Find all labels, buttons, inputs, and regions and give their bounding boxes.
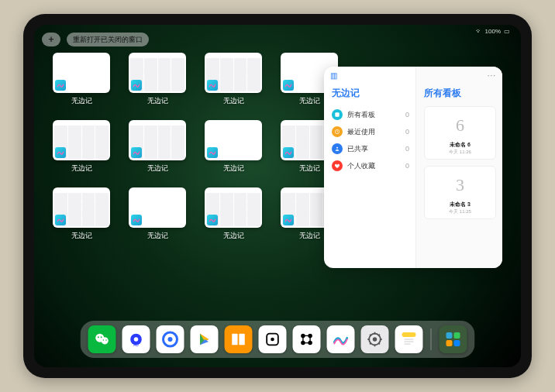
board-preview: 3 [442,170,479,201]
board-card[interactable]: 3未命名 3今天 11:25 [424,166,496,219]
window-preview [205,187,262,228]
reopen-closed-window-pill[interactable]: 重新打开已关闭的窗口 [67,33,149,46]
board-date: 今天 11:25 [449,208,471,215]
dock-icon-app-library[interactable] [440,325,467,353]
app-label: 无边记 [147,231,168,241]
svg-point-17 [271,338,274,342]
window-preview [53,187,110,228]
dock-icon-settings[interactable] [361,325,389,353]
app-window-thumb[interactable]: 无边记 [129,187,186,241]
ipad-frame: ᯤ 100% ▭ + 重新打开已关闭的窗口 无边记无边记无边记无边记无边记无边记… [23,14,532,378]
freeform-icon [207,215,218,225]
dock-icon-books[interactable] [225,325,253,353]
svg-point-6 [101,336,102,338]
app-label: 无边记 [223,163,244,174]
freeform-icon [207,80,218,91]
reopen-label: 重新打开已关闭的窗口 [73,35,143,45]
svg-rect-28 [446,340,453,346]
window-grid: 无边记无边记无边记无边记无边记无边记无边记无边记无边记无边记无边记无边记 [53,53,347,241]
board-date: 今天 11:26 [449,149,471,156]
status-bar: ᯤ 100% ▭ [476,28,510,35]
dock: HD [81,321,475,358]
sidebar-item-count: 0 [405,111,409,119]
freeform-icon [283,80,294,91]
sidebar-item[interactable]: 所有看板0 [332,106,409,123]
freeform-panel: ▥ ··· 无边记 所有看板0最近使用0已共享0个人收藏0 所有看板 6未命名 … [324,67,502,268]
app-label: 无边记 [299,163,320,174]
app-label: 无边记 [299,96,320,106]
window-preview [129,187,186,228]
app-window-thumb[interactable]: 无边记 [205,53,262,106]
dock-icon-play[interactable] [191,325,219,353]
app-label: 无边记 [147,96,168,106]
svg-rect-14 [232,334,237,346]
board-card[interactable]: 6未命名 6今天 11:26 [424,106,496,160]
svg-point-23 [373,337,377,342]
wifi-icon: ᯤ [476,28,482,35]
dock-icon-quark-hd[interactable]: HD [122,325,150,353]
window-preview [53,120,110,160]
dock-icon-quark[interactable] [157,325,184,353]
app-label: 无边记 [223,96,244,106]
top-bar: + 重新打开已关闭的窗口 [42,33,149,46]
app-window-thumb[interactable]: 无边记 [53,120,110,174]
svg-point-4 [102,337,109,344]
freeform-icon [55,215,66,225]
svg-rect-15 [239,334,244,346]
app-label: 无边记 [71,163,92,174]
dock-icon-freeform[interactable] [327,325,355,353]
dock-separator [431,328,432,350]
panel-more-icon[interactable]: ··· [488,71,496,80]
app-window-thumb[interactable]: 无边记 [205,187,262,241]
freeform-icon [55,80,66,91]
sidebar-item-label: 最近使用 [347,127,375,137]
sidebar-item-count: 0 [405,145,409,153]
window-preview [129,53,186,93]
freeform-icon [131,215,142,225]
app-window-thumb[interactable]: 无边记 [53,53,110,106]
app-window-thumb[interactable]: 无边记 [129,120,186,174]
freeform-icon [131,147,142,158]
app-label: 无边记 [147,163,168,174]
new-window-button[interactable]: + [42,33,60,46]
window-preview [205,53,262,93]
app-label: 无边记 [223,231,244,241]
sidebar-item-count: 0 [405,128,409,136]
board-name: 未命名 3 [450,201,471,208]
sidebar-item[interactable]: 已共享0 [332,140,409,157]
svg-rect-25 [402,332,416,337]
sidebar-item-count: 0 [405,162,409,170]
app-label: 无边记 [71,96,92,106]
dock-icon-connect[interactable] [293,325,321,353]
svg-point-13 [168,337,173,342]
dock-icon-wechat[interactable] [88,325,116,353]
sidebar-item-icon [332,160,343,171]
freeform-icon [55,147,66,158]
sidebar-item[interactable]: 个人收藏0 [332,157,409,174]
app-window-thumb[interactable]: 无边记 [205,120,262,174]
sidebar-item[interactable]: 最近使用0 [332,123,409,140]
svg-point-5 [98,336,99,338]
dock-icon-dice[interactable] [259,325,287,353]
freeform-icon [283,215,294,225]
sidebar-item-icon [332,143,343,154]
svg-point-7 [103,339,104,340]
freeform-icon [131,80,142,91]
svg-rect-27 [454,332,460,339]
board-preview: 6 [442,110,479,141]
app-window-thumb[interactable]: 无边记 [129,53,186,106]
battery-label: 100% [485,28,501,35]
app-window-thumb[interactable]: 无边记 [53,187,110,241]
sidebar-item-label: 个人收藏 [347,161,375,171]
dock-icon-notes[interactable] [395,325,423,353]
sidebar-toggle-icon[interactable]: ▥ [330,71,337,80]
plus-icon: + [48,34,53,45]
panel-right: 所有看板 6未命名 6今天 11:263未命名 3今天 11:25 [415,67,502,268]
svg-point-8 [105,339,106,340]
freeform-icon [283,147,294,158]
sidebar-item-label: 所有看板 [347,110,375,120]
app-label: 无边记 [71,231,92,241]
svg-rect-26 [446,332,453,339]
svg-rect-0 [335,112,339,116]
sidebar-item-icon [332,109,343,120]
